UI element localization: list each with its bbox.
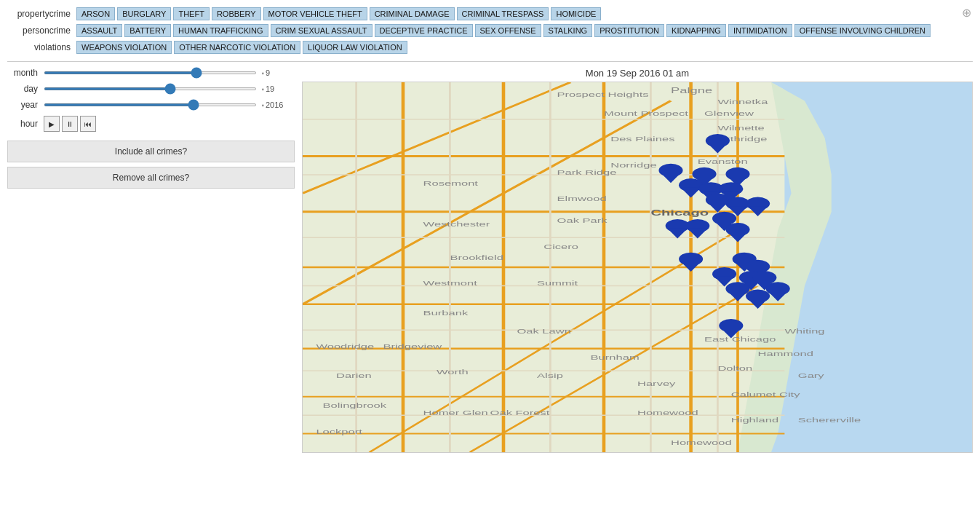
map-title: Mon 19 Sep 2016 01 am xyxy=(302,68,973,79)
svg-text:Palgne: Palgne xyxy=(671,87,712,95)
remove-all-button[interactable]: Remove all crimes? xyxy=(7,167,295,189)
playback-controls: ▶ ⏸ ⏮ xyxy=(44,116,96,132)
svg-text:Oak Lawn: Oak Lawn xyxy=(517,328,570,335)
day-box-icon: ▪ xyxy=(261,85,264,93)
category-label-0: propertycrime xyxy=(7,9,76,19)
category-label-2: violations xyxy=(7,42,76,52)
category-row-2: violationsWEAPONS VIOLATIONOTHER NARCOTI… xyxy=(7,41,973,54)
month-value-box: ▪ 9 xyxy=(261,68,295,77)
tag-0-3[interactable]: ROBBERY xyxy=(212,7,261,20)
svg-text:Homer Glen: Homer Glen xyxy=(423,409,488,417)
tag-group-0: ARSONBURGLARYTHEFTROBBERYMOTOR VEHICLE T… xyxy=(76,7,601,20)
map-container: Palgne Prospect Heights Winnetka Mount P… xyxy=(302,82,973,453)
svg-text:Chicago: Chicago xyxy=(650,208,709,217)
divider xyxy=(7,61,973,62)
svg-text:Elmwood: Elmwood xyxy=(557,194,607,202)
day-value: 19 xyxy=(266,84,295,93)
day-slider-row: day ▪ 19 xyxy=(7,84,295,94)
svg-text:Harvey: Harvey xyxy=(637,379,676,387)
right-panel: Mon 19 Sep 2016 01 am xyxy=(302,68,973,453)
stop-button[interactable]: ⏮ xyxy=(80,116,96,132)
tag-1-10[interactable]: OFFENSE INVOLVING CHILDREN xyxy=(794,24,931,37)
month-slider-wrap: ▪ 9 xyxy=(44,68,295,77)
day-slider-wrap: ▪ 19 xyxy=(44,84,295,93)
play-button[interactable]: ▶ xyxy=(44,116,60,132)
settings-icon[interactable]: ⊕ xyxy=(962,6,971,20)
svg-text:Summit: Summit xyxy=(537,280,578,287)
svg-text:Homewood: Homewood xyxy=(637,409,698,417)
tag-1-4[interactable]: DECEPTIVE PRACTICE xyxy=(375,24,473,37)
year-value-box: ▪ 2016 xyxy=(261,100,295,109)
tag-0-1[interactable]: BURGLARY xyxy=(117,7,171,20)
tag-1-3[interactable]: CRIM SEXUAL ASSAULT xyxy=(271,24,373,37)
month-label: month xyxy=(7,68,44,78)
day-slider[interactable] xyxy=(44,87,257,90)
left-panel: month ▪ 9 day ▪ 19 xyxy=(7,68,295,453)
category-rows: propertycrimeARSONBURGLARYTHEFTROBBERYMO… xyxy=(7,7,973,54)
svg-text:Des Plaines: Des Plaines xyxy=(610,135,675,143)
include-all-button[interactable]: Include all crimes? xyxy=(7,141,295,162)
tag-0-4[interactable]: MOTOR VEHICLE THEFT xyxy=(263,7,367,20)
year-label: year xyxy=(7,100,44,110)
svg-text:Norridge: Norridge xyxy=(610,162,656,169)
tag-0-2[interactable]: THEFT xyxy=(173,7,209,20)
svg-text:Darien: Darien xyxy=(336,372,372,379)
tag-1-9[interactable]: INTIMIDATION xyxy=(728,24,792,37)
tag-1-0[interactable]: ASSAULT xyxy=(76,24,122,37)
tag-1-2[interactable]: HUMAN TRAFFICKING xyxy=(173,24,268,37)
year-value: 2016 xyxy=(266,100,295,109)
svg-text:Glenview: Glenview xyxy=(704,110,754,117)
svg-text:Westmont: Westmont xyxy=(423,280,478,287)
tag-0-7[interactable]: HOMICIDE xyxy=(551,7,601,20)
year-slider-row: year ▪ 2016 xyxy=(7,100,295,110)
svg-text:Bolingbrook: Bolingbrook xyxy=(323,402,387,409)
category-row-0: propertycrimeARSONBURGLARYTHEFTROBBERYMO… xyxy=(7,7,973,20)
svg-text:Mount Prospect: Mount Prospect xyxy=(604,110,688,117)
tag-0-6[interactable]: CRIMINAL TRESPASS xyxy=(457,7,549,20)
svg-text:Burnham: Burnham xyxy=(591,354,640,361)
hour-row: hour ▶ ⏸ ⏮ xyxy=(7,116,295,132)
tag-group-2: WEAPONS VIOLATIONOTHER NARCOTIC VIOLATIO… xyxy=(76,41,407,54)
category-label-1: personcrime xyxy=(7,25,76,36)
tag-0-5[interactable]: CRIMINAL DAMAGE xyxy=(370,7,455,20)
hour-label: hour xyxy=(7,119,44,129)
tag-1-6[interactable]: STALKING xyxy=(543,24,593,37)
svg-text:Lockport: Lockport xyxy=(316,427,362,435)
svg-text:Cicero: Cicero xyxy=(543,242,578,250)
svg-text:Rosemont: Rosemont xyxy=(423,180,479,187)
svg-text:Woodridge: Woodridge xyxy=(316,343,374,350)
map-svg: Palgne Prospect Heights Winnetka Mount P… xyxy=(303,82,972,452)
svg-text:Schererville: Schererville xyxy=(798,417,861,424)
tag-2-0[interactable]: WEAPONS VIOLATION xyxy=(76,41,172,54)
svg-text:Bridgeview: Bridgeview xyxy=(383,343,442,350)
day-value-box: ▪ 19 xyxy=(261,84,295,93)
category-row-1: personcrimeASSAULTBATTERYHUMAN TRAFFICKI… xyxy=(7,24,973,37)
svg-text:Dolton: Dolton xyxy=(717,365,752,372)
svg-text:Gary: Gary xyxy=(798,372,824,379)
year-slider[interactable] xyxy=(44,103,257,106)
svg-text:Homewood: Homewood xyxy=(671,439,732,446)
svg-text:Alsip: Alsip xyxy=(537,372,563,379)
svg-text:Oak Forest: Oak Forest xyxy=(490,409,550,417)
pause-button[interactable]: ⏸ xyxy=(62,116,78,132)
tag-2-1[interactable]: OTHER NARCOTIC VIOLATION xyxy=(174,41,300,54)
day-label: day xyxy=(7,84,44,94)
tag-0-0[interactable]: ARSON xyxy=(76,7,115,20)
svg-text:East Chicago: East Chicago xyxy=(704,335,776,342)
svg-text:Winnetka: Winnetka xyxy=(717,98,768,106)
svg-text:Park Ridge: Park Ridge xyxy=(557,169,617,176)
month-value: 9 xyxy=(266,68,295,77)
svg-text:Wilmette: Wilmette xyxy=(717,125,764,132)
svg-text:Evanston: Evanston xyxy=(698,158,748,165)
tag-1-7[interactable]: PROSTITUTION xyxy=(594,24,664,37)
month-slider-row: month ▪ 9 xyxy=(7,68,295,78)
svg-text:Whiting: Whiting xyxy=(784,328,824,335)
tag-2-2[interactable]: LIQUOR LAW VIOLATION xyxy=(303,41,407,54)
tag-1-1[interactable]: BATTERY xyxy=(124,24,171,37)
tag-1-8[interactable]: KIDNAPPING xyxy=(666,24,726,37)
svg-text:Hammond: Hammond xyxy=(758,350,813,358)
tag-1-5[interactable]: SEX OFFENSE xyxy=(475,24,541,37)
svg-text:Worth: Worth xyxy=(437,368,469,376)
month-slider[interactable] xyxy=(44,71,257,74)
main-content: month ▪ 9 day ▪ 19 xyxy=(7,68,973,453)
